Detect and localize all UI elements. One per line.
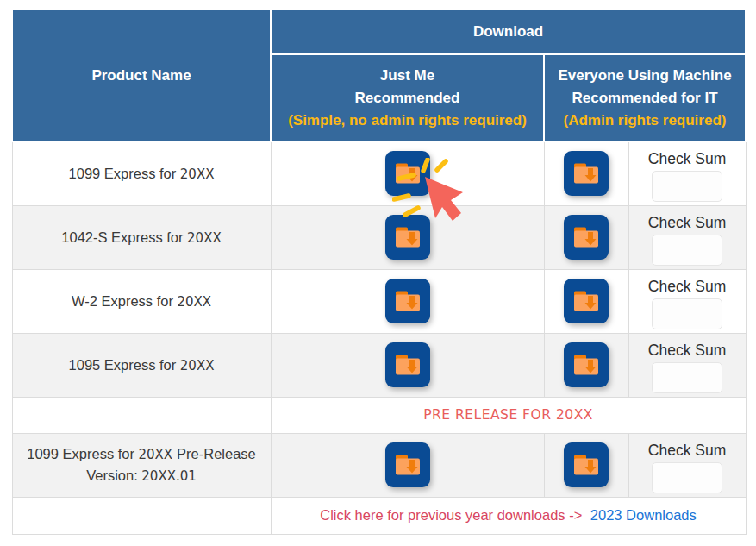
folder-download-icon	[564, 151, 609, 196]
previous-years-link[interactable]: 2023 Downloads	[590, 507, 697, 523]
admin-download-cell	[544, 141, 628, 205]
check-sum-cell: Check Sum	[628, 205, 746, 269]
check-sum-label: Check Sum	[648, 440, 726, 461]
check-sum-cell: Check Sum	[628, 141, 746, 205]
just-me-line1: Just Me	[272, 65, 543, 87]
check-sum-cell: Check Sum	[628, 269, 746, 333]
just-me-download-button[interactable]	[385, 151, 430, 196]
check-sum-input[interactable]	[652, 362, 722, 393]
just-me-header: Just Me Recommended (Simple, no admin ri…	[271, 54, 544, 141]
check-sum-label: Check Sum	[648, 148, 726, 169]
just-me-download-button[interactable]	[385, 215, 430, 260]
admin-download-button[interactable]	[564, 215, 609, 260]
check-sum-input[interactable]	[652, 462, 722, 493]
admin-download-button[interactable]	[564, 442, 609, 487]
empty-cell	[12, 397, 271, 433]
check-sum-input[interactable]	[652, 298, 722, 329]
table-row: 1099 Express for20XXPre-Release Version:…	[12, 433, 746, 497]
product-name-cell: 1095 Express for20XX	[12, 333, 271, 397]
download-header: Download	[271, 9, 746, 54]
everyone-line1: Everyone Using Machine	[545, 65, 745, 87]
check-sum-label: Check Sum	[648, 212, 726, 233]
table-row: 1042-S Express for20XX	[12, 205, 746, 269]
folder-download-icon	[385, 442, 430, 487]
just-me-download-cell	[271, 141, 544, 205]
empty-cell	[12, 497, 271, 534]
admin-download-cell	[544, 433, 628, 497]
folder-download-icon	[385, 342, 430, 387]
everyone-note: (Admin rights required)	[545, 110, 745, 132]
check-sum-cell: Check Sum	[628, 333, 746, 397]
admin-download-button[interactable]	[564, 342, 609, 387]
product-name-cell: 1099 Express for20XXPre-Release Version:…	[12, 433, 271, 497]
table-row: W-2 Express for20XX	[12, 269, 746, 333]
product-name-cell: W-2 Express for20XX	[12, 269, 271, 333]
downloads-table: Product Name Download Just Me Recommende…	[11, 9, 747, 535]
table-row: 1095 Express for20XX	[12, 333, 746, 397]
table-row: 1099 Express for20XX	[12, 141, 746, 205]
pre-release-banner: PRE RELEASE FOR 20XX	[271, 397, 746, 433]
folder-download-icon	[564, 215, 609, 260]
check-sum-input[interactable]	[652, 235, 722, 266]
admin-download-button[interactable]	[564, 151, 609, 196]
admin-download-cell	[544, 269, 628, 333]
product-name-cell: 1099 Express for20XX	[12, 141, 271, 205]
just-me-download-button[interactable]	[385, 279, 430, 323]
folder-download-icon	[385, 279, 430, 323]
everyone-header: Everyone Using Machine Recommended for I…	[544, 54, 746, 141]
just-me-line2: Recommended	[272, 87, 543, 110]
check-sum-input[interactable]	[652, 171, 722, 202]
folder-download-icon	[564, 342, 609, 387]
previous-years-text: Click here for previous year downloads -…	[320, 507, 582, 523]
admin-download-button[interactable]	[564, 279, 609, 323]
folder-download-icon	[564, 279, 609, 323]
admin-download-cell	[544, 205, 628, 269]
just-me-note: (Simple, no admin rights required)	[272, 110, 543, 132]
admin-download-cell	[544, 333, 628, 397]
just-me-download-cell	[271, 205, 544, 269]
check-sum-cell: Check Sum	[628, 433, 746, 497]
folder-download-icon	[385, 215, 430, 260]
just-me-download-button[interactable]	[385, 342, 430, 387]
product-name-cell: 1042-S Express for20XX	[12, 205, 271, 269]
just-me-download-cell	[271, 269, 544, 333]
product-name-header: Product Name	[12, 9, 271, 141]
just-me-download-button[interactable]	[385, 442, 430, 487]
previous-years-cell: Click here for previous year downloads -…	[271, 497, 746, 534]
folder-download-icon	[564, 442, 609, 487]
everyone-line2: Recommended for IT	[545, 87, 745, 110]
check-sum-label: Check Sum	[648, 276, 726, 297]
folder-download-icon	[385, 151, 430, 196]
check-sum-label: Check Sum	[648, 340, 726, 361]
just-me-download-cell	[271, 333, 544, 397]
just-me-download-cell	[271, 433, 544, 497]
